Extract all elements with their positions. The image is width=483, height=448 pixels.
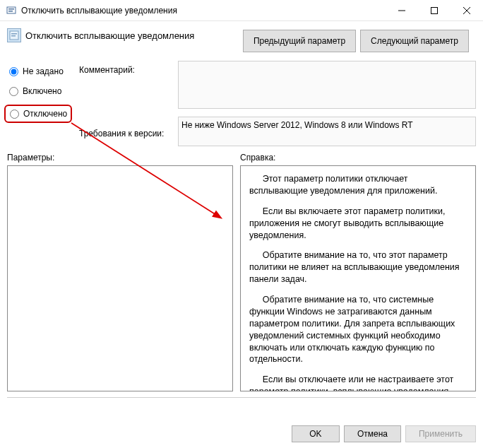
help-label: Справка: xyxy=(240,153,476,163)
help-paragraph: Если вы включаете этот параметр политики… xyxy=(249,206,467,242)
next-setting-button[interactable]: Следующий параметр xyxy=(360,30,469,52)
help-paragraph: Этот параметр политики отключает всплыва… xyxy=(249,173,467,197)
svg-rect-9 xyxy=(11,35,16,37)
app-icon xyxy=(6,5,17,16)
comment-label: Комментарий: xyxy=(79,65,171,75)
close-button[interactable] xyxy=(451,0,483,21)
header-row: Отключить всплывающие уведомления Предыд… xyxy=(0,21,483,57)
footer-divider xyxy=(7,397,476,398)
requirements-label: Требования к версии: xyxy=(79,129,171,138)
params-box xyxy=(7,165,233,391)
comment-textarea[interactable] xyxy=(178,61,476,109)
radio-disabled-label: Отключено xyxy=(23,109,67,119)
radio-disabled[interactable]: Отключено xyxy=(4,105,72,123)
window-title: Отключить всплывающие уведомления xyxy=(21,6,386,16)
apply-button[interactable]: Применить xyxy=(405,425,476,442)
policy-icon xyxy=(7,28,21,42)
svg-rect-0 xyxy=(7,7,16,13)
cancel-button[interactable]: Отмена xyxy=(344,425,401,442)
requirements-textarea xyxy=(178,117,476,146)
radio-enabled[interactable]: Включено xyxy=(7,85,72,98)
maximize-button[interactable] xyxy=(418,0,451,21)
svg-rect-4 xyxy=(431,7,438,13)
prev-setting-button[interactable]: Предыдущий параметр xyxy=(243,30,356,52)
minimize-button[interactable] xyxy=(386,0,418,21)
radio-not-configured-label: Не задано xyxy=(23,66,64,76)
ok-button[interactable]: OK xyxy=(292,425,340,442)
svg-rect-2 xyxy=(8,11,13,12)
radio-enabled-label: Включено xyxy=(23,86,61,96)
footer-buttons: OK Отмена Применить xyxy=(292,425,476,442)
radio-enabled-input[interactable] xyxy=(9,87,18,96)
help-paragraph: Обратите внимание на то, что системные ф… xyxy=(249,294,467,365)
help-box: Этот параметр политики отключает всплыва… xyxy=(240,165,476,391)
radio-disabled-input[interactable] xyxy=(10,110,19,119)
radio-not-configured[interactable]: Не задано xyxy=(7,65,72,78)
radio-not-configured-input[interactable] xyxy=(9,67,18,76)
svg-rect-8 xyxy=(11,33,17,35)
help-paragraph: Если вы отключаете или не настраиваете э… xyxy=(249,374,467,391)
policy-title: Отключить всплывающие уведомления xyxy=(25,30,194,41)
params-label: Параметры: xyxy=(7,153,233,163)
svg-rect-1 xyxy=(8,8,14,10)
titlebar: Отключить всплывающие уведомления xyxy=(0,0,483,21)
help-paragraph: Обратите внимание на то, что этот параме… xyxy=(249,249,467,285)
